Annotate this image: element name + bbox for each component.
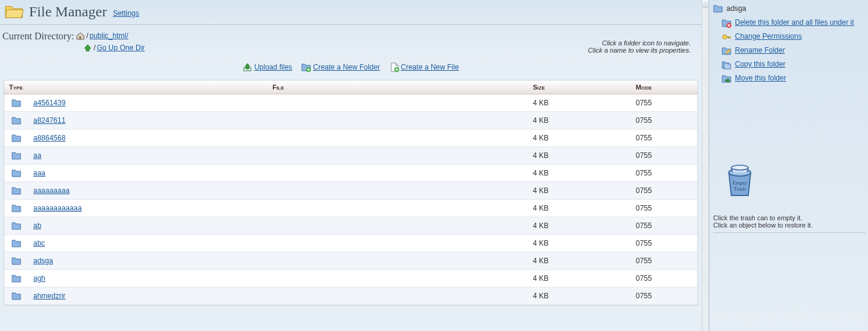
table-row: a88645684 KB0755 (4, 129, 697, 147)
table-row: ab4 KB0755 (4, 217, 697, 235)
folder-icon[interactable] (11, 203, 21, 213)
file-size: 4 KB (528, 148, 631, 163)
copy-folder-link[interactable]: Copy this folder (735, 59, 785, 69)
file-mode: 0755 (631, 148, 697, 163)
up-arrow-icon[interactable] (83, 43, 93, 53)
folder-icon[interactable] (11, 186, 21, 195)
trash-icon[interactable] (725, 164, 866, 200)
file-mode: 0755 (631, 253, 697, 269)
rename-icon (722, 46, 731, 56)
side-divider (713, 232, 866, 233)
new-folder-icon (301, 62, 311, 72)
move-folder-icon (722, 74, 731, 84)
file-size: 4 KB (528, 183, 631, 198)
file-name-link[interactable]: aa (33, 151, 41, 160)
upload-icon (243, 62, 252, 72)
file-name-link[interactable]: abc (33, 239, 45, 247)
change-permissions-link[interactable]: Change Permissions (735, 31, 802, 41)
file-mode: 0755 (631, 235, 697, 251)
table-row: a82476114 KB0755 (4, 112, 697, 129)
file-size: 4 KB (528, 165, 631, 181)
file-size: 4 KB (528, 235, 631, 251)
folder-icon[interactable] (11, 221, 21, 231)
home-icon[interactable] (76, 31, 85, 41)
file-size: 4 KB (528, 113, 631, 128)
file-name-link[interactable]: a8864568 (33, 134, 65, 142)
go-up-link[interactable]: Go Up One Dir (97, 44, 145, 52)
file-mode: 0755 (631, 218, 697, 234)
file-mode: 0755 (631, 183, 697, 198)
file-mode: 0755 (631, 130, 697, 146)
file-name-link[interactable]: ab (33, 221, 41, 230)
file-table: Type File Size Mode a45614394 KB0755a824… (4, 80, 698, 306)
actions-bar: Upload files Create a New Folder Create … (0, 57, 702, 77)
side-folder-name: adsga (726, 4, 746, 13)
page-title: File Manager (29, 4, 107, 20)
rename-folder-link[interactable]: Rename Folder (735, 45, 785, 55)
upload-files-link[interactable]: Upload files (254, 63, 292, 71)
side-folder-header: adsga (713, 2, 866, 16)
move-folder-link[interactable]: Move this folder (735, 73, 786, 83)
file-size: 4 KB (528, 130, 631, 146)
file-size: 4 KB (528, 218, 631, 234)
folder-icon[interactable] (11, 238, 21, 248)
file-name-link[interactable]: adsga (33, 257, 53, 265)
folder-icon[interactable] (11, 168, 21, 178)
settings-link[interactable]: Settings (113, 9, 139, 18)
file-name-link[interactable]: a8247611 (33, 116, 65, 125)
file-name-link[interactable]: ahmedzrir (33, 292, 65, 300)
delete-folder-icon (722, 18, 731, 28)
table-row: aaa4 KB0755 (4, 165, 697, 182)
file-size: 4 KB (528, 253, 631, 269)
table-row: agh4 KB0755 (4, 270, 697, 287)
folder-icon[interactable] (11, 256, 21, 266)
col-header-mode[interactable]: Mode (631, 80, 697, 94)
table-header-row: Type File Size Mode (4, 80, 697, 94)
new-file-icon (390, 62, 399, 72)
table-row: abc4 KB0755 (4, 235, 697, 252)
copy-folder-icon (722, 60, 731, 70)
table-row: aaaaaaaaaaaa4 KB0755 (4, 200, 697, 217)
col-header-file[interactable]: File (28, 80, 528, 94)
file-mode: 0755 (631, 270, 697, 286)
file-name-link[interactable]: aaaaaaaaa (33, 186, 70, 195)
trash-help-line2: Click an object below to restore it. (713, 221, 812, 229)
file-mode: 0755 (631, 95, 697, 111)
app-folder-icon (4, 2, 25, 21)
file-name-link[interactable]: aaaaaaaaaaaa (33, 204, 82, 212)
file-size: 4 KB (528, 200, 631, 216)
table-row: adsga4 KB0755 (4, 252, 697, 270)
main-scrollbar[interactable] (702, 0, 709, 331)
file-size: 4 KB (528, 270, 631, 286)
folder-icon (713, 4, 723, 13)
file-mode: 0755 (631, 200, 697, 216)
create-new-file-link[interactable]: Create a New File (401, 63, 459, 71)
folder-icon[interactable] (11, 98, 21, 108)
header-bar: File Manager Settings (0, 0, 702, 25)
table-row: aaaaaaaaa4 KB0755 (4, 182, 697, 200)
file-mode: 0755 (631, 113, 697, 128)
col-header-size[interactable]: Size (528, 80, 631, 94)
path-public-html-link[interactable]: public_html/ (90, 31, 128, 40)
folder-icon[interactable] (11, 133, 21, 143)
table-row: aa4 KB0755 (4, 147, 697, 165)
file-size: 4 KB (528, 95, 631, 111)
key-icon (722, 32, 731, 42)
table-row: ahmedzrir4 KB0755 (4, 287, 697, 305)
folder-icon[interactable] (11, 291, 21, 301)
current-directory-label: Current Directory: (2, 31, 74, 42)
col-header-type[interactable]: Type (4, 80, 28, 94)
file-name-link[interactable]: agh (33, 274, 45, 283)
file-mode: 0755 (631, 288, 697, 304)
folder-icon[interactable] (11, 116, 21, 125)
file-name-link[interactable]: a4561439 (33, 99, 65, 107)
folder-icon[interactable] (11, 274, 21, 283)
delete-folder-link[interactable]: Delete this folder and all files under i… (735, 18, 854, 27)
file-name-link[interactable]: aaa (33, 169, 45, 177)
file-mode: 0755 (631, 165, 697, 181)
trash-help-line1: Click the trash can to empty it. (713, 214, 802, 221)
table-row: a45614394 KB0755 (4, 94, 697, 112)
folder-icon[interactable] (11, 151, 21, 160)
file-size: 4 KB (528, 288, 631, 304)
create-new-folder-link[interactable]: Create a New Folder (313, 63, 380, 71)
